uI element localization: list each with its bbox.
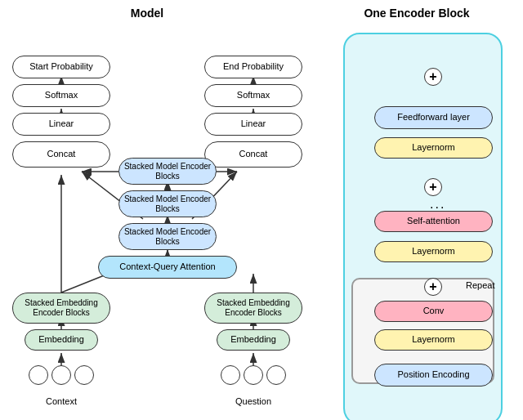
stacked-emb-right-node: Stacked Embedding Encoder Blocks <box>204 293 302 324</box>
softmax-right-node: Softmax <box>204 84 302 107</box>
context-label: Context <box>29 396 94 406</box>
concat-left-node: Concat <box>12 141 110 168</box>
plus1-node: + <box>424 278 442 296</box>
plus3-node: + <box>424 68 442 86</box>
conv-label: Conv <box>423 306 445 316</box>
softmax-right-label: Softmax <box>237 90 270 101</box>
stacked-emb-left-label: Stacked Embedding Encoder Blocks <box>13 298 110 318</box>
start-probability-node: Start Probability <box>12 56 110 78</box>
self-attention-label: Self-attention <box>407 216 460 226</box>
circle-right-1 <box>221 365 240 385</box>
self-attention-node: Self-attention <box>374 211 493 232</box>
linear-right-label: Linear <box>241 118 266 129</box>
position-encoding-label: Position Encoding <box>397 369 469 380</box>
end-prob-label: End Probability <box>223 61 284 72</box>
stacked2-label: Stacked Model Encoder Blocks <box>119 194 216 214</box>
stacked-model-3-node: Stacked Model Encoder Blocks <box>118 158 217 185</box>
layernorm3-node: Layernorm <box>374 241 493 262</box>
end-probability-node: End Probability <box>204 56 302 78</box>
circle-left-2 <box>51 365 71 385</box>
layernorm4-node: Layernorm <box>374 137 493 159</box>
circle-right-2 <box>244 365 263 385</box>
stacked-model-1-node: Stacked Model Encoder Blocks <box>118 223 217 250</box>
embedding-left-node: Embedding <box>25 329 98 351</box>
layernorm2-node: Layernorm <box>374 329 493 351</box>
encoder-block-title: One Encoder Block <box>351 7 482 20</box>
feedforward-label: Feedforward layer <box>397 112 470 123</box>
embedding-left-label: Embedding <box>38 334 84 345</box>
concat-right-node: Concat <box>204 141 302 168</box>
linear-right-node: Linear <box>204 113 302 136</box>
question-label: Question <box>221 396 286 406</box>
context-query-label: Context-Query Attention <box>119 261 215 272</box>
context-query-node: Context-Query Attention <box>98 256 237 279</box>
input-circles-right <box>208 360 298 391</box>
plus2-node: + <box>424 178 442 196</box>
layernorm3-label: Layernorm <box>412 246 455 257</box>
layernorm2-label: Layernorm <box>412 334 455 345</box>
layernorm4-label: Layernorm <box>412 142 455 153</box>
model-title: Model <box>98 7 196 20</box>
softmax-left-label: Softmax <box>45 90 78 101</box>
concat-left-label: Concat <box>47 149 76 159</box>
position-encoding-node: Position Encoding <box>374 364 493 386</box>
linear-left-node: Linear <box>12 113 110 136</box>
embedding-right-label: Embedding <box>230 334 276 345</box>
diagram-container: Model One Encoder Block Repeat Start Pro… <box>0 0 523 420</box>
softmax-left-node: Softmax <box>12 84 110 107</box>
circle-right-3 <box>266 365 286 385</box>
circle-left-1 <box>29 365 48 385</box>
stacked-emb-right-label: Stacked Embedding Encoder Blocks <box>205 298 302 318</box>
stacked1-label: Stacked Model Encoder Blocks <box>119 227 216 247</box>
feedforward-node: Feedforward layer <box>374 106 493 129</box>
stacked-emb-left-node: Stacked Embedding Encoder Blocks <box>12 293 110 324</box>
stacked-model-2-node: Stacked Model Encoder Blocks <box>118 190 217 217</box>
circle-left-3 <box>74 365 94 385</box>
concat-right-label: Concat <box>239 149 268 159</box>
linear-left-label: Linear <box>49 118 74 129</box>
input-circles-left <box>16 360 106 391</box>
embedding-right-node: Embedding <box>217 329 290 351</box>
repeat-label: Repeat <box>466 280 494 290</box>
conv-node: Conv <box>374 301 493 322</box>
start-prob-label: Start Probability <box>29 61 93 72</box>
stacked3-label: Stacked Model Encoder Blocks <box>119 162 216 181</box>
